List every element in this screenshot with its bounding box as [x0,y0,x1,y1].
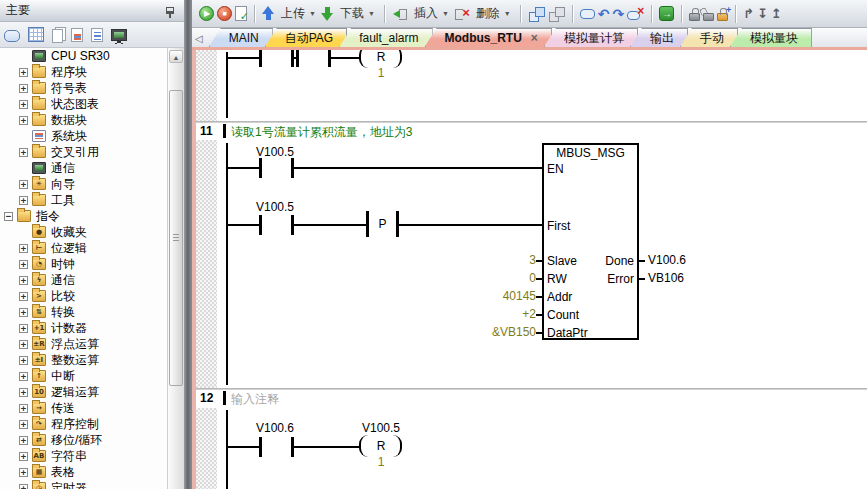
stop-icon[interactable]: ■ [217,6,232,21]
tab-fault_alarm[interactable]: fault_alarm [339,28,432,47]
contact[interactable] [259,158,262,178]
mbus-msg-block[interactable]: MBUS_MSG EN First Slave RW Addr Count Da… [542,143,639,340]
expand-icon[interactable]: + [19,100,28,109]
prev-bookmark-icon[interactable]: ↶ [598,7,610,21]
param-value[interactable]: VB106 [648,271,684,285]
lock-add-icon[interactable] [717,13,728,21]
expand-icon[interactable]: + [19,180,28,189]
expand-icon[interactable]: + [19,484,28,489]
doc-lines-icon[interactable] [91,28,103,42]
upload-icon[interactable] [262,6,275,21]
contact-operand[interactable]: V100.5 [243,145,307,159]
contact[interactable] [259,437,262,457]
coil-operand[interactable]: 1 [365,66,397,80]
param-value[interactable]: 0 [414,271,536,285]
tree-item-tools[interactable]: +工具 [0,192,167,208]
param-value[interactable]: V100.6 [648,253,686,267]
tree-item-table[interactable]: +▦表格 [0,464,167,480]
expand-icon[interactable]: + [19,372,28,381]
tab-MAIN[interactable]: MAIN [209,28,273,47]
contact-operand[interactable]: V100.6 [243,421,307,435]
tree-item-instructions[interactable]: −指令 [0,208,167,224]
tree-item-wizard[interactable]: +✳向导 [0,176,167,192]
expand-icon[interactable]: + [19,276,28,285]
tree-item-cross-ref[interactable]: +交叉引用 [0,144,167,160]
data-table-icon[interactable] [71,28,83,42]
expand-icon[interactable]: + [19,196,28,205]
expand-icon[interactable]: + [19,292,28,301]
tree-scrollbar[interactable]: ▲ [167,48,184,489]
network-comment-placeholder[interactable]: 输入注释 [231,391,279,408]
line-up-icon[interactable]: ↥ [771,6,782,21]
next-bookmark-icon[interactable]: ↷ [612,7,624,21]
panel-splitter[interactable] [184,0,192,489]
tree-item-shift-rotate[interactable]: +⇄移位/循环 [0,432,167,448]
tab-输出[interactable]: 输出 [630,28,688,47]
param-value[interactable]: 40145 [414,289,536,303]
coil-operand[interactable]: V100.5 [349,421,413,435]
branch-icon[interactable]: ↱ [743,6,754,21]
tab-close-icon[interactable]: × [531,32,538,44]
tree-item-timer[interactable]: +◷定时器 [0,480,167,489]
compile-icon[interactable] [235,6,247,21]
tree-item-status-chart[interactable]: +状态图表 [0,96,167,112]
open-block-icon[interactable] [4,30,20,42]
tree-item-cpu[interactable]: CPU SR30 [0,48,167,64]
tab-scroll-left-icon[interactable]: ◁ [195,33,203,44]
tree-item-program-control[interactable]: +↷程序控制 [0,416,167,432]
param-value[interactable]: +2 [414,307,536,321]
delete-dropdown-icon[interactable]: ▼ [504,10,511,17]
contact[interactable] [259,50,262,67]
expand-icon[interactable]: + [19,244,28,253]
unlock-icon[interactable] [703,13,714,21]
expand-icon[interactable]: + [19,84,28,93]
coil-type[interactable]: R [365,50,397,64]
tree-item-convert[interactable]: +⇅转换 [0,304,167,320]
scroll-up-icon[interactable]: ▲ [169,50,183,63]
contact[interactable] [296,50,299,67]
insert-label[interactable]: 插入 [414,5,438,22]
param-value[interactable]: &VB150 [414,325,536,339]
coil-value[interactable]: 1 [365,455,397,469]
run-icon[interactable]: ▶ [199,6,214,21]
expand-icon[interactable]: + [19,420,28,429]
upload-dropdown-icon[interactable]: ▼ [309,10,316,17]
upload-label[interactable]: 上传 [281,5,305,22]
coil-type[interactable]: R [365,439,397,453]
contact-operand[interactable]: V100.5 [243,200,307,214]
tree-item-bit-logic[interactable]: +⊢位逻辑 [0,240,167,256]
expand-icon[interactable]: + [19,260,28,269]
tree-item-data-block[interactable]: +数据块 [0,112,167,128]
program-status-icon[interactable] [528,6,545,22]
collapse-icon[interactable]: − [4,212,13,221]
goto-icon[interactable]: → [659,6,674,21]
lock-icon[interactable] [689,13,700,21]
network-comment[interactable]: 读取1号流量计累积流量，地址为3 [231,124,412,141]
tree-item-string[interactable]: +AB字符串 [0,448,167,464]
scrollbar-thumb[interactable] [169,90,183,386]
tree-item-interrupt[interactable]: +↑中断 [0,368,167,384]
expand-icon[interactable]: + [19,68,28,77]
tree-item-symbol-table[interactable]: +符号表 [0,80,167,96]
param-value[interactable]: 3 [414,253,536,267]
expand-icon[interactable]: + [19,148,28,157]
tab-手动[interactable]: 手动 [680,28,738,47]
insert-dropdown-icon[interactable]: ▼ [442,10,449,17]
pause-status-icon[interactable] [548,6,565,22]
expand-icon[interactable]: + [19,116,28,125]
tree-item-favorites[interactable]: ●收藏夹 [0,224,167,240]
tab-模拟量块[interactable]: 模拟量块 [730,28,812,47]
tree-item-program-block[interactable]: +程序块 [0,64,167,80]
expand-icon[interactable]: + [19,452,28,461]
insert-icon[interactable] [392,6,408,21]
tree-item-float-math[interactable]: +±R浮点运算 [0,336,167,352]
download-label[interactable]: 下载 [340,5,364,22]
bookmark-icon[interactable] [580,9,595,19]
expand-icon[interactable]: + [19,388,28,397]
tree-item-int-math[interactable]: +±I整数运算 [0,352,167,368]
expand-icon[interactable]: + [19,468,28,477]
tree-item-comm-instr[interactable]: +ϟ通信 [0,272,167,288]
download-icon[interactable] [321,6,334,21]
tab-模拟量计算[interactable]: 模拟量计算 [544,28,638,47]
delete-label[interactable]: 删除 [476,5,500,22]
